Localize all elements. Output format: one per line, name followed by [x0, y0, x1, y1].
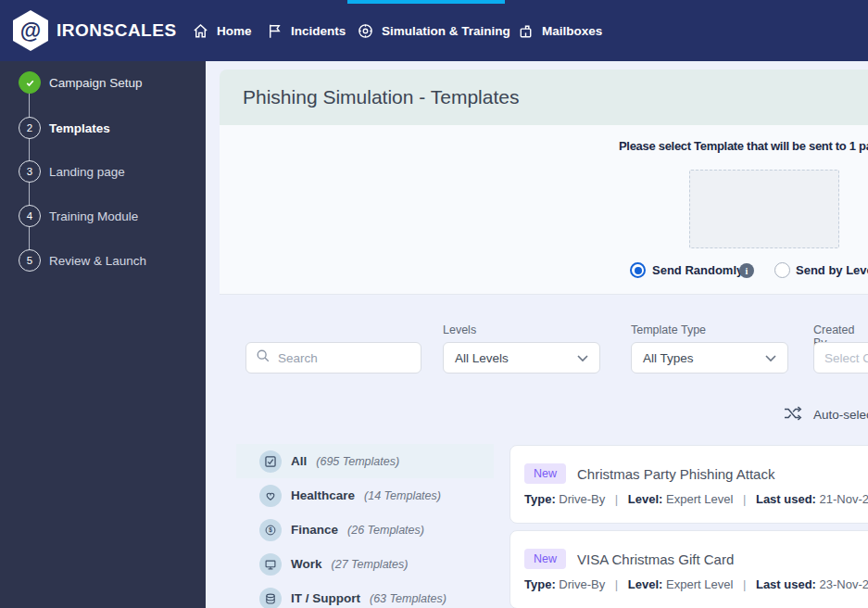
levels-select-value: All Levels: [455, 351, 509, 365]
svg-text:$: $: [269, 526, 272, 534]
mailbox-icon: [517, 22, 535, 40]
step-campaign-setup[interactable]: Campaign Setup: [0, 71, 206, 94]
info-icon[interactable]: i: [739, 263, 754, 278]
chevron-down-icon: [765, 351, 776, 365]
shuffle-icon: [783, 405, 803, 424]
auto-select-control[interactable]: Auto-select: [783, 405, 868, 424]
flag-icon: [266, 22, 283, 40]
step-label: Campaign Setup: [49, 76, 143, 90]
levels-label: Levels: [443, 323, 476, 336]
step-number-circle: 5: [19, 249, 41, 272]
template-preview-placeholder: [689, 170, 839, 248]
search-icon: [256, 348, 270, 367]
step-landing-page[interactable]: 3 Landing page: [0, 160, 206, 183]
step-label: Landing page: [49, 165, 125, 179]
step-training-module[interactable]: 4 Training Module: [0, 205, 206, 227]
step-templates[interactable]: 2 Templates: [0, 117, 206, 139]
search-box: [245, 342, 421, 374]
meta-type-value: Drive-By: [559, 577, 605, 591]
category-name: Healthcare: [291, 488, 355, 502]
template-selection-section: Please select Template that will be sent…: [220, 125, 868, 295]
nav-item-incidents[interactable]: Incidents: [266, 0, 346, 61]
send-mode-radio-group: Send Randomly i Send by Levels: [220, 262, 868, 281]
template-title: Christmas Party Phishing Attack: [577, 466, 774, 482]
check-icon: [24, 77, 36, 89]
nav-item-label: Simulation & Training: [382, 24, 510, 38]
meta-separator: |: [609, 492, 624, 506]
coin-icon: $: [259, 519, 282, 541]
template-type-label: Template Type: [631, 323, 706, 336]
new-badge: New: [524, 463, 566, 484]
selection-instruction: Please select Template that will be sent…: [619, 139, 868, 153]
hexagon-logo-icon: @: [13, 10, 48, 51]
template-type-select-value: All Types: [643, 351, 694, 365]
levels-select[interactable]: All Levels: [443, 342, 600, 374]
meta-last-used-value: 21-Nov-2022: [820, 492, 868, 506]
server-icon: [259, 588, 282, 608]
step-label: Review & Launch: [49, 254, 146, 268]
meta-type-label: Type:: [524, 577, 556, 591]
category-name: Work: [291, 557, 322, 571]
meta-separator: |: [736, 577, 752, 591]
nav-item-label: Incidents: [291, 24, 346, 38]
meta-level-value: Expert Level: [666, 577, 733, 591]
meta-last-used-label: Last used:: [756, 492, 816, 506]
nav-item-label: Home: [217, 24, 252, 38]
checkbox-icon: [259, 450, 282, 473]
logo-at-glyph: @: [20, 20, 41, 42]
new-badge: New: [524, 549, 566, 569]
category-it-support[interactable]: IT / Support (63 Templates): [236, 581, 494, 608]
auto-select-label: Auto-select: [813, 408, 868, 422]
brand-name: IRONSCALES: [57, 20, 177, 41]
ironscales-logo[interactable]: @ IRONSCALES: [13, 0, 177, 61]
category-list: All (695 Templates) Healthcare (14 Templ…: [236, 444, 494, 608]
step-number-circle: 3: [19, 160, 41, 183]
app-root: @ IRONSCALES Home Incidents: [0, 0, 868, 608]
step-label: Templates: [49, 121, 110, 135]
template-card-christmas-party[interactable]: New Christmas Party Phishing Attack Type…: [509, 445, 868, 524]
category-all[interactable]: All (695 Templates): [236, 444, 494, 478]
monitor-icon: [259, 553, 282, 576]
meta-type-label: Type:: [524, 492, 556, 506]
meta-type-value: Drive-By: [559, 492, 605, 506]
meta-last-used-value: 23-Nov-2022: [820, 577, 868, 591]
step-number-circle: 4: [19, 205, 41, 227]
category-count: (695 Templates): [316, 455, 399, 468]
meta-level-value: Expert Level: [666, 492, 733, 506]
search-input[interactable]: [278, 351, 408, 365]
category-count: (14 Templates): [364, 489, 441, 502]
target-icon: [357, 22, 374, 40]
nav-item-mailboxes[interactable]: Mailboxes: [517, 0, 602, 61]
page-header-band: Phishing Simulation - Templates: [220, 70, 868, 125]
created-by-input[interactable]: [813, 342, 868, 374]
nav-item-home[interactable]: Home: [192, 0, 252, 61]
template-card-visa-gift-card[interactable]: New VISA Christmas Gift Card Type: Drive…: [509, 530, 868, 608]
meta-separator: |: [609, 577, 624, 591]
step-review-launch[interactable]: 5 Review & Launch: [0, 249, 206, 272]
send-randomly-label: Send Randomly: [652, 263, 743, 277]
category-name: Finance: [291, 523, 338, 537]
home-icon: [192, 22, 209, 40]
category-healthcare[interactable]: Healthcare (14 Templates): [236, 478, 494, 513]
template-type-select[interactable]: All Types: [631, 342, 788, 374]
category-name: All: [291, 454, 307, 468]
page-title: Phishing Simulation - Templates: [243, 86, 519, 108]
meta-level-label: Level:: [628, 577, 663, 591]
send-by-levels-radio[interactable]: [774, 262, 790, 278]
category-name: IT / Support: [291, 591, 360, 605]
nav-item-label: Mailboxes: [542, 24, 602, 38]
category-finance[interactable]: $ Finance (26 Templates): [236, 513, 494, 547]
template-meta: Type: Drive-By | Level: Expert Level | L…: [524, 492, 868, 506]
meta-level-label: Level:: [628, 492, 663, 506]
campaign-stepper-sidebar: Campaign Setup 2 Templates 3 Landing pag…: [0, 61, 206, 608]
meta-separator: |: [736, 492, 752, 506]
category-count: (63 Templates): [370, 592, 447, 605]
heart-icon: [259, 485, 282, 507]
category-work[interactable]: Work (27 Templates): [236, 547, 494, 581]
template-title: VISA Christmas Gift Card: [577, 551, 734, 567]
nav-item-simulation-training[interactable]: Simulation & Training: [357, 0, 510, 61]
send-randomly-radio[interactable]: [630, 262, 646, 278]
step-label: Training Module: [49, 209, 138, 223]
category-count: (26 Templates): [347, 524, 424, 537]
category-count: (27 Templates): [332, 558, 409, 571]
